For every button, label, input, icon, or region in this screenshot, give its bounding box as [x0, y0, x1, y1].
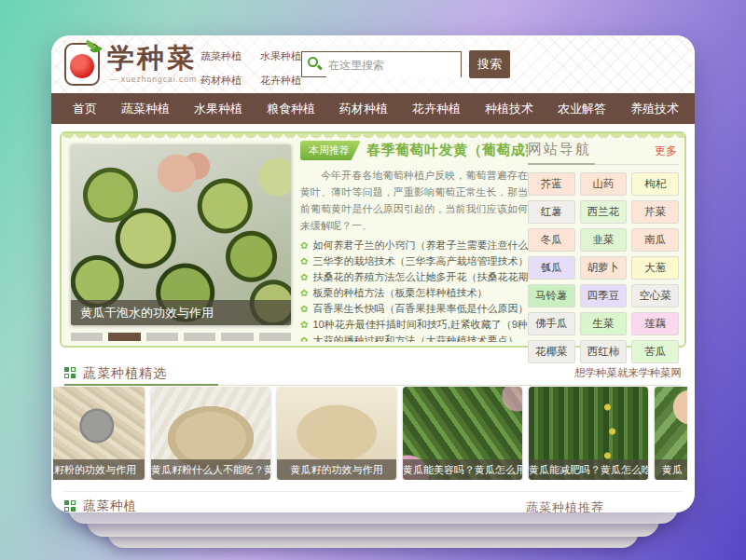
- flower-bullet-icon: ✿: [300, 288, 308, 298]
- article-column: 本周推荐 春季葡萄叶发黄（葡萄成熟期 今年开春各地葡萄种植户反映，葡萄普遍存在黄…: [300, 141, 528, 342]
- tag-kugua[interactable]: 苦瓜: [631, 340, 679, 363]
- search-icon: [308, 57, 318, 67]
- bottom-right-section-title: 蔬菜种植推荐: [526, 499, 604, 512]
- card-caption: 黄瓜籽的功效与作用: [277, 459, 396, 480]
- nav-item-home[interactable]: 首页: [61, 93, 109, 124]
- nav-item-tech[interactable]: 种植技术: [473, 93, 546, 124]
- card-carousel: 黄瓜籽粉的功效与作用 黄瓜籽粉什么人不能吃？黄 黄瓜籽的功效与作用 黄瓜能美容吗…: [53, 387, 687, 480]
- tag-gouqi[interactable]: 枸杞: [631, 172, 679, 196]
- article-link[interactable]: ✿三华李的栽培技术（三华李高产栽培管理技术）: [300, 253, 528, 269]
- site-subtitle: — xuezhongcai.com —: [109, 75, 209, 84]
- tag-sijidou[interactable]: 四季豆: [580, 284, 628, 307]
- pager-dot[interactable]: [184, 333, 215, 341]
- quick-link-herb[interactable]: 药材种植: [200, 74, 260, 88]
- nav-item-vegetable[interactable]: 蔬菜种植: [109, 93, 182, 124]
- pager-dot[interactable]: [71, 333, 103, 341]
- card-caption: 黄瓜能减肥吗？黄瓜怎么吃: [529, 459, 648, 480]
- article-link-label: 三华李的栽培技术（三华李高产栽培管理技术）: [312, 255, 528, 266]
- article-link[interactable]: ✿扶桑花的养殖方法怎么让她多开花（扶桑花花期怎么: [300, 269, 528, 285]
- nav-item-breeding[interactable]: 养殖技术: [618, 93, 691, 124]
- grid-icon: [64, 367, 76, 379]
- vegetable-card[interactable]: 黄瓜能减肥吗？黄瓜怎么吃: [529, 387, 648, 480]
- tag-dacong[interactable]: 大葱: [631, 256, 679, 280]
- card-caption: 黄瓜: [655, 459, 687, 480]
- bottom-left-section-header: 蔬菜种植: [64, 498, 137, 512]
- weekly-badge: 本周推荐: [300, 141, 361, 160]
- tag-hugua[interactable]: 瓠瓜: [528, 256, 575, 280]
- tag-shengcai[interactable]: 生菜: [580, 312, 628, 335]
- apple-icon: [70, 54, 94, 78]
- nav-item-grain[interactable]: 粮食种植: [255, 93, 327, 124]
- tag-xihongshi[interactable]: 西红柿: [580, 340, 628, 363]
- featured-image[interactable]: 黄瓜干泡水的功效与作用: [71, 144, 291, 325]
- sidebar-header: 网站导航 更多: [528, 141, 679, 161]
- search-input[interactable]: [326, 53, 461, 77]
- flower-bullet-icon: ✿: [300, 256, 308, 266]
- article-link-label: 百香果生长快吗（百香果挂果率低是什么原因）: [312, 303, 528, 314]
- grid-icon: [64, 500, 76, 512]
- carousel-pager: [71, 333, 291, 341]
- search-bar: 搜索: [301, 50, 510, 78]
- nav-item-qa[interactable]: 农业解答: [546, 93, 618, 124]
- article-link-label: 如何养君子兰的小窍门（养君子兰需要注意什么）: [312, 239, 528, 251]
- tag-huluobo[interactable]: 胡萝卜: [580, 256, 628, 280]
- quick-link-vegetable[interactable]: 蔬菜种植: [200, 49, 260, 63]
- bottom-divider: [62, 491, 684, 492]
- tag-donggua[interactable]: 冬瓜: [528, 228, 575, 252]
- pager-dot-active[interactable]: [108, 333, 140, 341]
- tag-foshougua[interactable]: 佛手瓜: [528, 312, 575, 335]
- vegetable-card[interactable]: 黄瓜能美容吗？黄瓜怎么用: [403, 387, 522, 480]
- card-caption: 黄瓜能美容吗？黄瓜怎么用: [403, 459, 522, 480]
- site-header: 学种菜 — xuezhongcai.com — 蔬菜种植 水果种植 药材种植 花…: [51, 35, 695, 93]
- featured-image-caption: 黄瓜干泡水的功效与作用: [71, 300, 291, 325]
- featured-title: 春季葡萄叶发黄（葡萄成熟期: [366, 142, 528, 159]
- search-input-wrap: [301, 51, 462, 77]
- tag-jielan[interactable]: 芥蓝: [528, 172, 575, 196]
- card-caption: 黄瓜籽粉的功效与作用: [53, 459, 145, 480]
- vegetable-card[interactable]: 黄瓜籽粉的功效与作用: [53, 387, 145, 480]
- tag-lianou[interactable]: 莲藕: [631, 312, 679, 335]
- pager-dot[interactable]: [221, 333, 253, 341]
- tag-qincai[interactable]: 芹菜: [631, 200, 679, 224]
- pager-dot[interactable]: [146, 333, 178, 341]
- article-link[interactable]: ✿如何养君子兰的小窍门（养君子兰需要注意什么）: [300, 238, 528, 253]
- nav-item-herb[interactable]: 药材种植: [327, 93, 400, 124]
- tag-huayecai[interactable]: 花椰菜: [528, 340, 575, 363]
- pager-dot[interactable]: [259, 333, 291, 341]
- flower-bullet-icon: ✿: [300, 240, 308, 251]
- article-link[interactable]: ✿板栗的种植方法（板栗怎样种植技术）: [300, 285, 528, 301]
- tag-xilanhua[interactable]: 西兰花: [580, 200, 628, 224]
- flower-bullet-icon: ✿: [300, 335, 308, 342]
- site-nav-sidebar: 网站导航 更多 芥蓝 山药 枸杞 红薯 西兰花 芹菜 冬瓜 韭菜 南瓜 瓠瓜 胡…: [528, 141, 679, 363]
- nav-item-flower[interactable]: 花卉种植: [400, 93, 473, 124]
- article-link[interactable]: ✿10种花卉最佳扦插时间和技巧,赶紧收藏了（9种花卉: [300, 317, 528, 333]
- featured-excerpt: 今年开春各地葡萄种植户反映，葡萄普遍存在黄叶、薄叶等问题，严重影响葡萄正常生长，…: [300, 167, 528, 234]
- tag-hongshu[interactable]: 红薯: [528, 200, 575, 224]
- vegetable-card[interactable]: 黄瓜籽的功效与作用: [277, 387, 396, 480]
- article-link-label: 板栗的种植方法（板栗怎样种植技术）: [312, 287, 487, 298]
- flower-bullet-icon: ✿: [300, 304, 308, 314]
- site-title: 学种菜: [107, 44, 197, 72]
- featured-panel: 黄瓜干泡水的功效与作用 本周推荐 春季葡萄叶发黄（葡萄成熟期 今年开春各地葡萄种…: [60, 131, 686, 348]
- tag-shanyao[interactable]: 山药: [580, 172, 628, 196]
- vegetable-card[interactable]: 黄瓜籽粉什么人不能吃？黄: [151, 387, 270, 480]
- tag-nangua[interactable]: 南瓜: [631, 228, 679, 252]
- tag-kongxincai[interactable]: 空心菜: [631, 284, 679, 307]
- article-link-label: 10种花卉最佳扦插时间和技巧,赶紧收藏了（9种花卉: [312, 319, 528, 330]
- flower-bullet-icon: ✿: [300, 320, 308, 330]
- tag-jiucai[interactable]: 韭菜: [580, 228, 628, 252]
- select-section-title: 蔬菜种植精选: [83, 365, 167, 382]
- sidebar-divider: [528, 164, 679, 165]
- article-link[interactable]: ✿百香果生长快吗（百香果挂果率低是什么原因）: [300, 301, 528, 317]
- article-link[interactable]: ✿大蒜的播种过程和方法（大蒜种植技术要点）: [300, 333, 528, 342]
- card-caption: 黄瓜籽粉什么人不能吃？黄: [151, 459, 270, 480]
- vegetable-card[interactable]: 黄瓜: [655, 387, 687, 480]
- main-nav: 首页 蔬菜种植 水果种植 粮食种植 药材种植 花卉种植 种植技术 农业解答 养殖…: [51, 93, 695, 124]
- site-logo[interactable]: [64, 43, 100, 86]
- more-link[interactable]: 更多: [655, 143, 677, 159]
- article-link-label: 大蒜的播种过程和方法（大蒜种植技术要点）: [312, 335, 518, 342]
- search-button[interactable]: 搜索: [469, 50, 510, 78]
- nav-item-fruit[interactable]: 水果种植: [182, 93, 255, 124]
- featured-headline[interactable]: 本周推荐 春季葡萄叶发黄（葡萄成熟期: [300, 141, 528, 160]
- tag-malingshu[interactable]: 马铃薯: [528, 284, 575, 307]
